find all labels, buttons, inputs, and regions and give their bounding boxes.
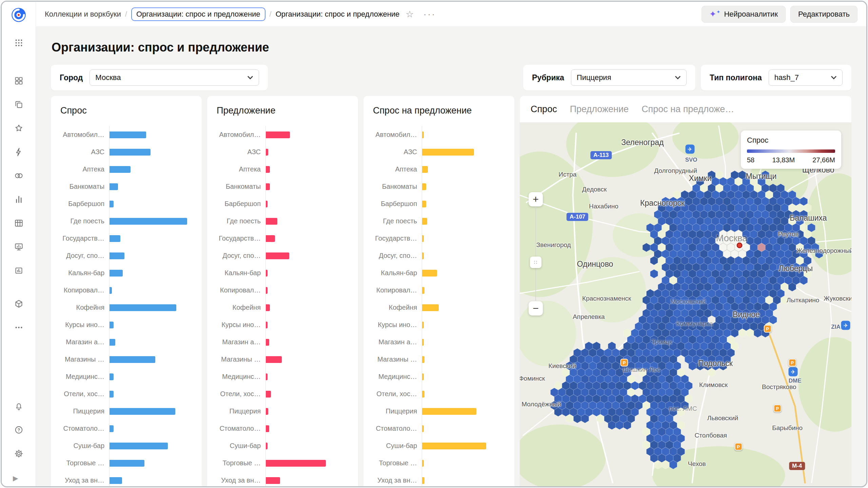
- sidebar-item-connections[interactable]: [7, 140, 31, 164]
- bar[interactable]: [422, 131, 424, 138]
- bar[interactable]: [422, 218, 427, 225]
- datalens-logo[interactable]: [10, 6, 27, 23]
- breadcrumb-more-icon[interactable]: ···: [423, 9, 436, 20]
- measure-tool-button[interactable]: ∷: [530, 257, 541, 268]
- map-body[interactable]: ЗеленоградЛобняИстраДолгопрудныйХимкиМыт…: [520, 122, 851, 486]
- sidebar-item-reports[interactable]: [7, 259, 31, 282]
- bar[interactable]: [422, 235, 424, 242]
- bar[interactable]: [266, 322, 268, 328]
- collapse-sidebar-button[interactable]: ▶: [13, 474, 18, 482]
- bar[interactable]: [266, 149, 268, 156]
- sidebar-item-tables[interactable]: [7, 211, 31, 235]
- bar[interactable]: [266, 131, 290, 138]
- bar[interactable]: [110, 304, 176, 311]
- bar[interactable]: [422, 287, 425, 294]
- bar[interactable]: [266, 183, 270, 190]
- poi-marker[interactable]: Р: [620, 359, 628, 366]
- favorite-star-icon[interactable]: ☆: [406, 9, 414, 20]
- bar[interactable]: [266, 270, 268, 277]
- breadcrumb-workbook-highlighted[interactable]: Организации: спрос и предложение: [131, 7, 265, 21]
- airport-icon[interactable]: ✈: [841, 321, 850, 330]
- bar[interactable]: [266, 252, 289, 259]
- bar[interactable]: [110, 201, 114, 207]
- bar[interactable]: [422, 391, 425, 398]
- help-button[interactable]: ?: [7, 418, 31, 442]
- sidebar-item-favorites[interactable]: [7, 116, 31, 140]
- bar[interactable]: [110, 149, 151, 156]
- bar[interactable]: [110, 270, 123, 277]
- zoom-slider-track[interactable]: [535, 207, 536, 301]
- bar[interactable]: [110, 287, 112, 294]
- bar[interactable]: [110, 339, 115, 346]
- airport-icon[interactable]: ✈: [685, 145, 694, 154]
- bar[interactable]: [422, 304, 439, 311]
- bar[interactable]: [422, 460, 424, 467]
- bar[interactable]: [266, 166, 270, 173]
- bar[interactable]: [266, 408, 268, 415]
- bar[interactable]: [266, 218, 277, 225]
- bar[interactable]: [110, 477, 122, 484]
- bar[interactable]: [110, 131, 146, 138]
- poi-marker[interactable]: Р: [773, 405, 781, 412]
- bar[interactable]: [422, 183, 426, 190]
- sidebar-item-dashboards[interactable]: [7, 235, 31, 259]
- bar[interactable]: [422, 443, 486, 449]
- bar[interactable]: [422, 322, 424, 328]
- bar[interactable]: [422, 356, 425, 363]
- edit-button[interactable]: Редактировать: [790, 6, 857, 23]
- rubric-select[interactable]: Пиццерия: [571, 69, 687, 86]
- bar[interactable]: [110, 425, 114, 432]
- bar[interactable]: [266, 460, 326, 467]
- city-select[interactable]: Москва: [90, 69, 259, 86]
- bar[interactable]: [266, 477, 280, 484]
- bar[interactable]: [422, 252, 424, 259]
- map-tab-demand[interactable]: Спрос: [531, 104, 557, 115]
- polygon-type-select[interactable]: hash_7: [769, 69, 843, 86]
- bar[interactable]: [110, 460, 144, 467]
- bar[interactable]: [266, 356, 282, 363]
- notifications-button[interactable]: [7, 394, 31, 418]
- bar[interactable]: [422, 149, 474, 156]
- bar[interactable]: [422, 201, 426, 207]
- bar[interactable]: [266, 391, 271, 398]
- sidebar-item-marketplace[interactable]: [7, 292, 31, 316]
- bar[interactable]: [266, 235, 275, 242]
- sidebar-item-collections[interactable]: [7, 69, 31, 93]
- bar[interactable]: [110, 391, 114, 398]
- poi-marker[interactable]: Р: [734, 443, 742, 450]
- bar[interactable]: [110, 443, 168, 449]
- zoom-in-button[interactable]: +: [529, 192, 543, 206]
- map-tab-supply[interactable]: Предложение: [570, 104, 629, 115]
- bar[interactable]: [422, 408, 476, 415]
- apps-grid-button[interactable]: [7, 31, 31, 55]
- bar[interactable]: [266, 339, 269, 346]
- bar[interactable]: [110, 218, 187, 225]
- sidebar-item-datasets[interactable]: [7, 164, 31, 187]
- bar[interactable]: [110, 183, 118, 190]
- bar[interactable]: [266, 425, 269, 432]
- bar[interactable]: [266, 287, 268, 294]
- bar[interactable]: [422, 425, 424, 432]
- settings-button[interactable]: [7, 442, 31, 465]
- bar[interactable]: [266, 443, 268, 449]
- sidebar-item-charts[interactable]: [7, 187, 31, 211]
- bar[interactable]: [422, 339, 424, 346]
- bar[interactable]: [110, 235, 120, 242]
- bar[interactable]: [266, 304, 270, 311]
- bar[interactable]: [110, 356, 155, 363]
- map-tab-demand-per-supply[interactable]: Спрос на предложе…: [642, 104, 734, 115]
- zoom-out-button[interactable]: −: [529, 301, 543, 316]
- sidebar-item-more[interactable]: [7, 316, 31, 339]
- bar[interactable]: [422, 373, 424, 380]
- bar[interactable]: [110, 252, 124, 259]
- bar[interactable]: [266, 201, 268, 207]
- sidebar-item-workbooks[interactable]: [7, 93, 31, 116]
- bar[interactable]: [110, 373, 114, 380]
- poi-marker[interactable]: Р: [764, 325, 771, 332]
- bar[interactable]: [110, 166, 131, 173]
- bar[interactable]: [110, 408, 175, 415]
- bar[interactable]: [422, 270, 437, 277]
- bar[interactable]: [110, 322, 114, 328]
- bar[interactable]: [422, 166, 428, 173]
- airport-icon[interactable]: ✈: [788, 367, 797, 376]
